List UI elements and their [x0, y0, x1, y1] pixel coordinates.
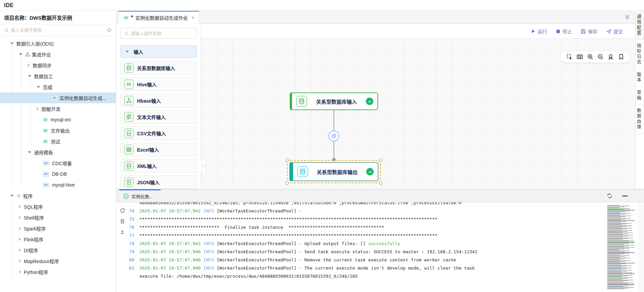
log-segment-time: 2025-01-07 10:57:07.942 [139, 207, 203, 215]
tree-item-Python程序[interactable]: Python程序 [0, 267, 116, 277]
chevron-right-icon[interactable] [19, 259, 21, 263]
chevron-right-icon[interactable] [19, 248, 21, 252]
chevron-down-icon[interactable] [10, 42, 14, 45]
canvas-zoom-toolbar [560, 51, 630, 63]
bookmark-icon[interactable] [618, 53, 625, 60]
tab-close-icon[interactable]: × [191, 15, 194, 20]
chevron-right-icon[interactable] [37, 107, 39, 110]
chevron-right-icon[interactable] [19, 227, 21, 230]
tree-item-百威[interactable]: 百威 [0, 82, 116, 92]
tree-item-mysql-hive[interactable]: P≈mysql-hive [0, 179, 116, 190]
chevron-down-icon[interactable] [19, 53, 22, 55]
locate-center-icon[interactable] [607, 53, 614, 60]
tree-item-通用模板[interactable]: 通用模板 [0, 147, 116, 158]
node-relational-db-output[interactable]: 关系型数据库输出 [290, 162, 378, 181]
chevron-down-icon[interactable] [37, 86, 40, 88]
submit-button[interactable]: 提交 [606, 28, 623, 35]
chevron-right-icon[interactable] [19, 216, 21, 219]
right-tab-数据血缘[interactable]: 数据血缘 [635, 105, 644, 134]
zoom-in-icon[interactable] [587, 53, 594, 60]
edge-copy-icon[interactable] [328, 131, 339, 141]
save-button[interactable]: 保存 [581, 28, 597, 35]
chevron-right-icon[interactable] [19, 238, 21, 241]
zoom-out-icon[interactable] [597, 53, 604, 60]
chevron-down-icon[interactable] [28, 151, 31, 153]
palette-item-关系型数据库输入[interactable]: 关系型数据库输入 [120, 61, 197, 75]
tree-item-MapReduce程序[interactable]: MapReduce程序 [0, 256, 116, 267]
tree-item-测试[interactable]: Di测试 [0, 136, 116, 147]
palette-section-input[interactable]: 输入 [120, 46, 197, 58]
log-line: 742025-01-07 10:57:07.942 INFO [WorkerTa… [116, 207, 644, 215]
log-minimap[interactable] [606, 204, 637, 289]
palette-item-JSON输入[interactable]: JSON输入 [120, 175, 197, 189]
download-icon[interactable] [120, 229, 127, 235]
chevron-right-icon[interactable] [19, 270, 21, 274]
tree-item-Spark程序[interactable]: Spark程序 [0, 223, 116, 234]
palette-item-Hive输入[interactable]: HiHive输入 [120, 78, 197, 91]
palette-item-Hbase输入[interactable]: Hbase输入 [120, 94, 197, 107]
tree-item-实例化数据自动生成...[interactable]: Di实例化数据自动生成... [0, 92, 116, 103]
tree-item-数据加工[interactable]: 数据加工 [0, 71, 116, 82]
run-button[interactable]: 运行 [531, 28, 547, 35]
minimize-icon[interactable] [622, 195, 628, 196]
flow-canvas[interactable]: 运行 停止 保存 提交 [201, 24, 635, 189]
selection-handle[interactable] [379, 158, 383, 162]
palette-item-Excel输入[interactable]: Excel输入 [120, 143, 197, 156]
tree-item-Shell程序[interactable]: Shell程序 [0, 212, 116, 223]
log-scrollbar[interactable] [639, 202, 644, 292]
marquee-select-icon[interactable] [566, 53, 573, 60]
tree-item-Flink程序[interactable]: Flink程序 [0, 234, 116, 245]
tree-item-CDC增量[interactable]: S≈CDC增量 [0, 158, 116, 169]
selection-handle[interactable] [285, 182, 289, 185]
right-tab-版本[interactable]: 版本 [635, 69, 644, 87]
tree-item-数据引入层(ODS)[interactable]: 数据引入层(ODS) [0, 38, 116, 49]
refresh-icon[interactable] [120, 208, 127, 213]
tree-item-文件输出[interactable]: Di文件输出 [0, 125, 116, 136]
editor-tabbar: DI * 实例化数据自动生成作业 × [116, 11, 635, 24]
stop-button[interactable]: 停止 [556, 28, 572, 35]
xml-file-icon [124, 161, 134, 171]
tree-item-数据同步[interactable]: 数据同步 [0, 60, 116, 71]
chevron-down-icon[interactable] [28, 75, 31, 77]
log-tab[interactable]: 实例化数... [119, 189, 160, 202]
flow-icon [25, 52, 30, 57]
sidebar-search-input[interactable] [11, 28, 107, 33]
selection-handle[interactable] [379, 182, 383, 185]
palette-section-label: 输入 [134, 48, 143, 55]
palette-item-文本文件输入[interactable]: 文本文件输入 [120, 110, 197, 124]
tab-instance-data-job[interactable]: DI * 实例化数据自动生成作业 × [118, 11, 199, 24]
tree-item-label: mysql-hive [52, 182, 75, 188]
tree-item-SQL程序[interactable]: SQL程序 [0, 201, 116, 212]
tree-item-DI程序[interactable]: DI程序 [0, 245, 116, 256]
component-search-input[interactable] [131, 31, 193, 36]
right-tab-草稿[interactable]: 草稿 [635, 87, 644, 105]
tree-item-mysql-orc[interactable]: Dimysql-orc [0, 114, 116, 125]
palette-collapse-handle[interactable]: ‹ [201, 158, 206, 174]
chevron-right-icon[interactable] [19, 205, 21, 208]
log-segment-info: INFO [203, 240, 217, 248]
node-relational-db-input[interactable]: 关系型数据库输入 [290, 92, 378, 110]
right-tab-通用配置[interactable]: 通用配置 [635, 11, 644, 40]
tree-item-label: MapReduce程序 [24, 258, 59, 264]
sync-icon[interactable] [607, 193, 613, 199]
chevron-down-icon[interactable] [10, 195, 14, 197]
chevron-right-icon[interactable] [28, 64, 30, 67]
tree-item-程序[interactable]: 程序 [0, 190, 116, 201]
tree-item-DB-DB[interactable]: P≈DB-DB [0, 169, 116, 179]
palette-item-XML输入[interactable]: XML输入 [120, 159, 197, 173]
log-segment-info: INFO [203, 264, 217, 272]
excel-icon [124, 145, 134, 154]
selection-handle[interactable] [285, 158, 289, 162]
tpl-badge: P≈ [43, 183, 49, 188]
palette-item-CSV文件输入[interactable]: CSVCSV文件输入 [120, 126, 197, 140]
locate-icon[interactable] [107, 28, 112, 33]
chevron-double-down-icon[interactable] [624, 14, 630, 20]
tree-item-脱敏开发[interactable]: 脱敏开发 [0, 103, 116, 114]
right-tab-指标日志[interactable]: 指标日志 [635, 40, 644, 69]
log-segment-success: successfully [368, 240, 400, 248]
log-segment-plain: 4848880308032/8155676015392_0/246/285, p… [139, 202, 461, 207]
layout-panel-icon[interactable] [576, 53, 583, 60]
tree-item-集成作业[interactable]: 集成作业 [0, 49, 116, 60]
component-palette: 输入 关系型数据库输入HiHive输入Hbase输入文本文件输入CSVCSV文件… [116, 24, 201, 189]
trash-icon[interactable] [120, 219, 127, 224]
